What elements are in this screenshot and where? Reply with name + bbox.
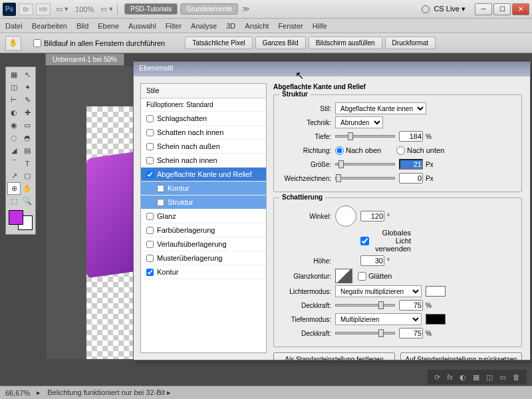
groesse-slider[interactable] xyxy=(335,163,395,166)
optbar-button[interactable]: Bildschirm ausfüllen xyxy=(309,37,382,49)
tool-button[interactable]: ◫ xyxy=(7,81,21,94)
maximize-button[interactable]: ☐ xyxy=(493,3,511,15)
tool-button[interactable]: ▤ xyxy=(21,144,34,157)
richtung-up[interactable]: Nach oben xyxy=(335,146,390,155)
style-item[interactable]: Schein nach innen xyxy=(141,154,266,168)
zoom-readout[interactable]: 66,67% xyxy=(5,389,30,397)
contour-picker[interactable] xyxy=(335,269,352,283)
style-checkbox[interactable] xyxy=(146,227,154,234)
stil-select[interactable]: Abgeflachte Kante innen xyxy=(335,102,426,114)
optbar-button[interactable]: Druckformat xyxy=(385,37,436,49)
style-item[interactable]: Glanz xyxy=(141,209,266,223)
style-checkbox[interactable] xyxy=(146,115,154,122)
deck2-field[interactable] xyxy=(399,328,423,338)
panel-footer-icon[interactable]: ◫ xyxy=(486,373,493,382)
panel-footer-icon[interactable]: ▦ xyxy=(473,373,479,382)
style-item[interactable]: Schlagschatten xyxy=(141,112,266,126)
scroll-all-checkbox[interactable]: Bildlauf in allen Fenstern durchführen xyxy=(33,39,165,47)
style-checkbox[interactable] xyxy=(146,269,154,276)
style-checkbox[interactable] xyxy=(157,185,164,192)
deck2-slider[interactable] xyxy=(335,332,395,334)
menu-ansicht[interactable]: Ansicht xyxy=(245,22,269,30)
style-checkbox[interactable] xyxy=(146,143,154,150)
menu-hilfe[interactable]: Hilfe xyxy=(313,22,327,30)
panel-footer-icon[interactable]: ◐ xyxy=(460,373,466,382)
style-item[interactable]: Kontur xyxy=(141,265,266,279)
tool-button[interactable]: ↗ xyxy=(7,170,21,182)
smooth-checkbox[interactable]: Glätten xyxy=(358,272,412,281)
tiefe-slider[interactable] xyxy=(335,135,395,138)
style-item[interactable]: Abgeflachte Kante und Relief xyxy=(141,168,266,182)
weich-field[interactable] xyxy=(399,173,423,184)
document-tab[interactable]: Unbenannt-1 bei 50% xyxy=(45,53,124,66)
global-light-checkbox[interactable]: Globales Licht verwenden xyxy=(360,229,415,253)
lichtermodus-select[interactable]: Negativ multiplizieren xyxy=(335,285,422,297)
style-checkbox[interactable] xyxy=(157,199,164,206)
style-item[interactable]: Schein nach außen xyxy=(141,140,266,154)
tool-button[interactable]: ↖ xyxy=(21,68,34,81)
menu-datei[interactable]: Datei xyxy=(5,22,23,30)
panel-footer-icon[interactable]: ⟳ xyxy=(434,373,440,382)
panel-footer-icon[interactable]: fx xyxy=(447,373,453,381)
tool-button[interactable]: ⬚ xyxy=(7,195,21,207)
bridge-button[interactable]: Br xyxy=(19,3,33,15)
minibridge-button[interactable]: Mb xyxy=(36,3,51,15)
highlight-color[interactable] xyxy=(426,286,446,297)
style-item[interactable]: Farbüberlagerung xyxy=(141,223,266,237)
zoom-dropdown[interactable]: 100% xyxy=(75,5,94,13)
minimize-button[interactable]: ─ xyxy=(475,3,492,15)
hand-tool-icon[interactable]: ✋ xyxy=(5,36,21,51)
styles-header[interactable]: Stile xyxy=(141,84,266,98)
tool-button[interactable]: ⊕ xyxy=(7,182,21,195)
reset-default-button[interactable]: Auf Standardeinstellung zurücksetzen xyxy=(400,352,522,360)
hoehe-field[interactable] xyxy=(360,255,384,266)
cslive-dropdown[interactable]: CS Live ▾ xyxy=(434,5,466,13)
style-checkbox[interactable] xyxy=(146,213,154,220)
menu-auswahl[interactable]: Auswahl xyxy=(128,22,156,30)
menu-3d[interactable]: 3D xyxy=(226,22,235,30)
optbar-button[interactable]: Ganzes Bild xyxy=(255,37,306,49)
style-item[interactable]: Musterüberlagerung xyxy=(141,251,266,265)
style-checkbox[interactable] xyxy=(146,157,154,164)
tiefenmodus-select[interactable]: Multiplizieren xyxy=(335,313,422,325)
tool-button[interactable]: ◌ xyxy=(7,132,21,144)
weich-slider[interactable] xyxy=(335,177,395,180)
menu-bild[interactable]: Bild xyxy=(76,22,88,30)
style-checkbox[interactable] xyxy=(146,171,154,178)
style-item[interactable]: Kontur xyxy=(141,182,266,196)
panel-footer-icon[interactable]: ▭ xyxy=(499,373,506,382)
tool-button[interactable]: ⊢ xyxy=(7,94,21,106)
menu-analyse[interactable]: Analyse xyxy=(191,22,217,30)
fill-options-header[interactable]: Fülloptionen: Standard xyxy=(141,98,266,112)
tool-button[interactable]: ▦ xyxy=(7,68,21,81)
tool-button[interactable]: ✋ xyxy=(21,182,34,195)
tool-button[interactable]: ◐ xyxy=(7,106,21,119)
style-item[interactable]: Verlaufsüberlagerung xyxy=(141,237,266,251)
screenmode-dropdown[interactable]: ▭ ▾ xyxy=(100,5,113,13)
richtung-down[interactable]: Nach unten xyxy=(396,146,451,155)
deck1-field[interactable] xyxy=(399,300,423,311)
tool-button[interactable]: ▭ xyxy=(21,119,34,132)
style-checkbox[interactable] xyxy=(146,129,154,136)
shadow-color[interactable] xyxy=(426,314,446,325)
tool-button[interactable]: ⌒ xyxy=(7,157,21,170)
tool-button[interactable]: T xyxy=(21,157,34,170)
tool-button[interactable]: ◢ xyxy=(7,144,21,157)
deck1-slider[interactable] xyxy=(335,304,395,307)
tiefe-field[interactable] xyxy=(399,131,423,142)
menu-filter[interactable]: Filter xyxy=(166,22,182,30)
panel-footer-icon[interactable]: 🗑 xyxy=(513,373,520,381)
tool-button[interactable]: ◓ xyxy=(21,132,34,144)
menu-ebene[interactable]: Ebene xyxy=(98,22,119,30)
tool-button[interactable]: ▢ xyxy=(21,170,34,182)
optbar-button[interactable]: Tatsächliche Pixel xyxy=(185,37,252,49)
style-checkbox[interactable] xyxy=(146,241,154,248)
workspace-tab-active[interactable]: PSD-Tutorials xyxy=(124,3,178,15)
more-workspaces[interactable]: ≫ xyxy=(242,5,250,13)
tool-button[interactable]: ✦ xyxy=(21,81,34,94)
menu-fenster[interactable]: Fenster xyxy=(278,22,303,30)
tool-button[interactable]: 🔍 xyxy=(21,195,34,207)
menu-bearbeiten[interactable]: Bearbeiten xyxy=(32,22,67,30)
winkel-field[interactable] xyxy=(360,211,384,221)
style-item[interactable]: Struktur xyxy=(141,196,266,209)
